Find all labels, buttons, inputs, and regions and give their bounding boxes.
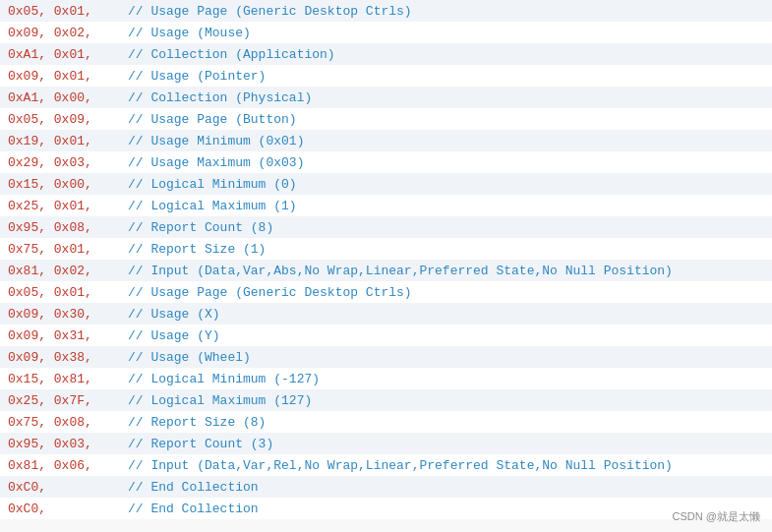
code-row: 0x09, 0x38,// Usage (Wheel) xyxy=(0,346,772,368)
code-row: 0xC0,// End Collection xyxy=(0,476,772,498)
comment-text: // Report Size (8) xyxy=(128,415,772,430)
code-lines: 0x05, 0x01,// Usage Page (Generic Deskto… xyxy=(0,0,772,519)
comment-text: // Usage Minimum (0x01) xyxy=(128,134,772,148)
code-container: 0x05, 0x01,// Usage Page (Generic Deskto… xyxy=(0,0,772,532)
code-row: 0x81, 0x02,// Input (Data,Var,Abs,No Wra… xyxy=(0,260,772,281)
hex-value: 0xC0, xyxy=(0,502,128,516)
hex-value: 0x15, 0x81, xyxy=(0,372,128,386)
code-row: 0xA1, 0x00,// Collection (Physical) xyxy=(0,87,772,108)
hex-value: 0xA1, 0x01, xyxy=(0,47,128,62)
hex-value: 0x05, 0x01, xyxy=(0,4,128,19)
comment-text: // Report Size (1) xyxy=(128,242,772,257)
comment-text: // Logical Minimum (-127) xyxy=(128,372,772,386)
code-row: 0x25, 0x7F,// Logical Maximum (127) xyxy=(0,389,772,411)
comment-text: // Logical Minimum (0) xyxy=(128,177,772,192)
code-row: 0x09, 0x01,// Usage (Pointer) xyxy=(0,65,772,87)
code-row: 0x95, 0x08,// Report Count (8) xyxy=(0,216,772,238)
watermark: CSDN @就是太懒 xyxy=(673,509,760,524)
hex-value: 0x09, 0x01, xyxy=(0,69,128,84)
hex-value: 0x09, 0x38, xyxy=(0,350,128,365)
comment-text: // Collection (Application) xyxy=(128,47,772,62)
code-row: 0x05, 0x01,// Usage Page (Generic Deskto… xyxy=(0,0,772,22)
hex-value: 0x95, 0x08, xyxy=(0,220,128,235)
hex-value: 0xC0, xyxy=(0,480,128,495)
code-row: 0xC0,// End Collection xyxy=(0,498,772,519)
comment-text: // Usage (Y) xyxy=(128,328,772,343)
hex-value: 0x29, 0x03, xyxy=(0,155,128,170)
hex-value: 0x75, 0x08, xyxy=(0,415,128,430)
code-row: 0x19, 0x01,// Usage Minimum (0x01) xyxy=(0,130,772,151)
code-row: 0x81, 0x06,// Input (Data,Var,Rel,No Wra… xyxy=(0,454,772,476)
hex-value: 0xA1, 0x00, xyxy=(0,90,128,105)
code-row: 0x25, 0x01,// Logical Maximum (1) xyxy=(0,195,772,216)
hex-value: 0x81, 0x06, xyxy=(0,458,128,473)
comment-text: // Usage Page (Generic Desktop Ctrls) xyxy=(128,285,772,300)
comment-text: // Usage Maximum (0x03) xyxy=(128,155,772,170)
comment-text: // Logical Maximum (127) xyxy=(128,393,772,408)
code-row: 0x75, 0x08,// Report Size (8) xyxy=(0,411,772,433)
code-row: 0x15, 0x81,// Logical Minimum (-127) xyxy=(0,368,772,389)
comment-text: // Usage (Mouse) xyxy=(128,26,772,40)
comment-text: // Logical Maximum (1) xyxy=(128,199,772,213)
code-row: 0x09, 0x02,// Usage (Mouse) xyxy=(0,22,772,43)
comment-text: // Report Count (8) xyxy=(128,220,772,235)
comment-text: // Input (Data,Var,Rel,No Wrap,Linear,Pr… xyxy=(128,458,772,473)
hex-value: 0x95, 0x03, xyxy=(0,437,128,451)
hex-value: 0x75, 0x01, xyxy=(0,242,128,257)
comment-text: // Usage (Pointer) xyxy=(128,69,772,84)
hex-value: 0x81, 0x02, xyxy=(0,264,128,278)
comment-text: // End Collection xyxy=(128,480,772,495)
code-row: 0x95, 0x03,// Report Count (3) xyxy=(0,433,772,454)
code-row: 0x05, 0x01,// Usage Page (Generic Deskto… xyxy=(0,281,772,303)
comment-text: // Collection (Physical) xyxy=(128,90,772,105)
code-row: 0x75, 0x01,// Report Size (1) xyxy=(0,238,772,260)
hex-value: 0x09, 0x30, xyxy=(0,307,128,322)
comment-text: // Usage (Wheel) xyxy=(128,350,772,365)
hex-value: 0x05, 0x01, xyxy=(0,285,128,300)
hex-value: 0x25, 0x01, xyxy=(0,199,128,213)
code-row: 0x15, 0x00,// Logical Minimum (0) xyxy=(0,173,772,195)
comment-text: // Usage Page (Button) xyxy=(128,112,772,127)
comment-text: // Usage (X) xyxy=(128,307,772,322)
comment-text: // Report Count (3) xyxy=(128,437,772,451)
hex-value: 0x09, 0x02, xyxy=(0,26,128,40)
hex-value: 0x25, 0x7F, xyxy=(0,393,128,408)
hex-value: 0x05, 0x09, xyxy=(0,112,128,127)
hex-value: 0x19, 0x01, xyxy=(0,134,128,148)
comment-text: // Usage Page (Generic Desktop Ctrls) xyxy=(128,4,772,19)
code-row: 0xA1, 0x01,// Collection (Application) xyxy=(0,43,772,65)
code-row: 0x09, 0x31,// Usage (Y) xyxy=(0,325,772,346)
code-row: 0x09, 0x30,// Usage (X) xyxy=(0,303,772,325)
hex-value: 0x15, 0x00, xyxy=(0,177,128,192)
hex-value: 0x09, 0x31, xyxy=(0,328,128,343)
code-row: 0x05, 0x09,// Usage Page (Button) xyxy=(0,108,772,130)
code-row: 0x29, 0x03,// Usage Maximum (0x03) xyxy=(0,151,772,173)
comment-text: // Input (Data,Var,Abs,No Wrap,Linear,Pr… xyxy=(128,264,772,278)
